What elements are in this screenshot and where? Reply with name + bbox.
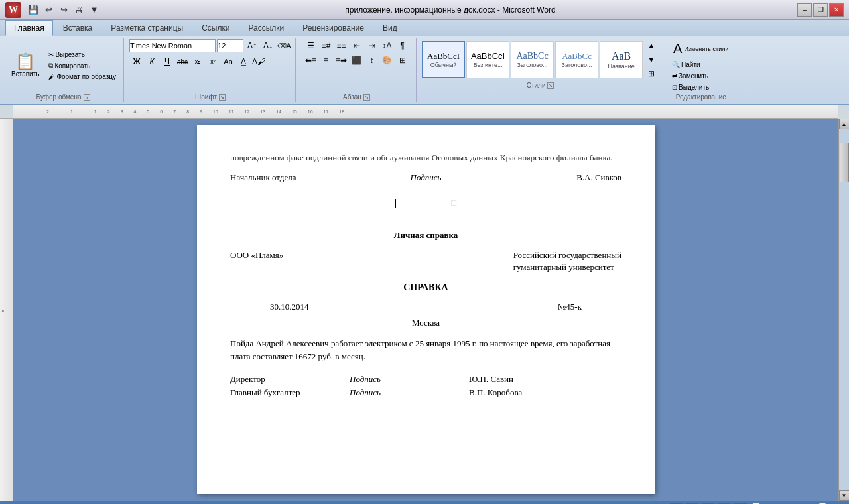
director-sig: Подпись [350, 373, 469, 385]
window-title: приложение. информационные док.docx - Mi… [103, 5, 797, 15]
change-style-label: Изменить стили [684, 46, 728, 52]
font-name-input[interactable] [129, 39, 216, 52]
increase-font-button[interactable]: A↑ [245, 39, 259, 52]
quick-access-expand[interactable]: ▼ [88, 3, 101, 17]
find-icon: 🔍 [672, 61, 680, 68]
select-button[interactable]: ⊡ Выделить [669, 82, 733, 92]
paste-button[interactable]: 📋 Вставить [7, 52, 44, 80]
align-center-button[interactable]: ≡ [319, 54, 334, 67]
styles-scroll-down[interactable]: ▼ [644, 53, 659, 66]
clipboard-expand[interactable]: ↘ [84, 94, 90, 101]
highlight-button[interactable]: A🖌 [251, 55, 266, 68]
clear-format-button[interactable]: ⌫A [277, 39, 291, 52]
style-normal-label: Обычный [430, 62, 457, 68]
signatures-section: Директор Подпись Ю.П. Савин Главный бухг… [230, 373, 621, 399]
title-bar-left: W 💾 ↩ ↪ 🖨 ▼ [5, 2, 103, 18]
font-controls: A↑ A↓ ⌫A Ж К Ч abc x₂ x² Аа А A🖌 [129, 39, 291, 92]
superscript-button[interactable]: x² [206, 55, 220, 68]
document-scroll[interactable]: поврежденном факе подлинной связи и обсл… [13, 119, 838, 501]
sort-button[interactable]: ↕A [380, 39, 395, 52]
scroll-thumb[interactable] [840, 143, 849, 182]
office-logo[interactable]: W [5, 2, 21, 18]
copy-button[interactable]: ⧉ Копировать [45, 60, 119, 71]
line-spacing-button[interactable]: ↕ [365, 54, 379, 67]
justify-button[interactable]: ⬛ [350, 54, 364, 67]
document-page[interactable]: поврежденном факе подлинной связи и обсл… [197, 125, 655, 494]
align-right-button[interactable]: ≡➡ [334, 54, 349, 67]
tab-review[interactable]: Рецензирование [294, 20, 373, 36]
style-normal-preview: AaBbCcI [427, 51, 460, 62]
format-painter-icon: 🖌 [48, 73, 55, 80]
replace-button[interactable]: ⇄ Заменить [669, 71, 733, 81]
director-row: Директор Подпись Ю.П. Савин [230, 373, 621, 385]
cursor-area[interactable]: □ [230, 197, 621, 209]
multilevel-button[interactable]: ≡≡ [334, 39, 349, 52]
italic-button[interactable]: К [145, 55, 159, 68]
style-title-preview: AaВ [612, 50, 631, 62]
increase-indent-button[interactable]: ⇥ [365, 39, 379, 52]
style-no-spacing[interactable]: AaBbCcI Без инте... [466, 41, 509, 78]
tab-references[interactable]: Ссылки [193, 20, 238, 36]
subscript-button[interactable]: x₂ [190, 55, 205, 68]
styles-scroll: ▲ ▼ ⊞ [644, 39, 659, 80]
tab-view[interactable]: Вид [374, 20, 406, 36]
styles-expand[interactable]: ↘ [547, 82, 554, 89]
document-number: №45-к [558, 301, 582, 313]
numbering-button[interactable]: ≡# [319, 39, 334, 52]
align-left-button[interactable]: ⬅≡ [304, 54, 318, 67]
decrease-font-button[interactable]: A↓ [261, 39, 275, 52]
document-container: 2 1 1 2 3 4 5 6 7 8 9 10 11 12 13 14 15 … [13, 105, 849, 501]
save-button[interactable]: 💾 [27, 3, 40, 17]
clipboard-buttons: 📋 Вставить ✂ Вырезать ⧉ Копировать 🖌 Фор… [7, 39, 119, 92]
style-title-label: Название [608, 63, 634, 70]
style-heading2-preview: AaBbCc [562, 51, 592, 62]
tab-home[interactable]: Главная [5, 20, 53, 36]
tab-page-layout[interactable]: Разметка страницы [102, 20, 192, 36]
editing-group: A Изменить стили 🔍 Найти ⇄ Заменить ⊡ Вы… [665, 38, 737, 102]
styles-more[interactable]: ⊞ [644, 67, 659, 80]
minimize-button[interactable]: – [797, 3, 812, 17]
editing-controls: A Изменить стили 🔍 Найти ⇄ Заменить ⊡ Вы… [669, 39, 733, 92]
format-painter-button[interactable]: 🖌 Формат по образцу [45, 72, 119, 82]
restore-button[interactable]: ❐ [813, 3, 828, 17]
paragraph-expand[interactable]: ↘ [363, 94, 370, 101]
bold-button[interactable]: Ж [129, 55, 144, 68]
show-formatting-button[interactable]: ¶ [395, 39, 410, 52]
h-ruler-row: 2 1 1 2 3 4 5 6 7 8 9 10 11 12 13 14 15 … [13, 105, 849, 119]
print-button[interactable]: 🖨 [72, 3, 86, 17]
borders-button[interactable]: ⊞ [395, 54, 410, 67]
scroll-down-button[interactable]: ▼ [839, 490, 850, 501]
style-heading2[interactable]: AaBbCc Заголово... [555, 41, 598, 78]
font-expand[interactable]: ↘ [219, 94, 226, 101]
bullets-button[interactable]: ☰ [304, 39, 318, 52]
window-controls: – ❐ ✕ [797, 3, 844, 17]
small-square-marker: □ [451, 198, 456, 208]
styles-scroll-up[interactable]: ▲ [644, 39, 659, 52]
paste-icon: 📋 [15, 54, 35, 70]
cut-button[interactable]: ✂ Вырезать [45, 50, 119, 60]
font-size-input[interactable] [217, 39, 243, 52]
strikethrough-button[interactable]: abc [175, 55, 190, 68]
underline-button[interactable]: Ч [160, 55, 174, 68]
tab-insert[interactable]: Вставка [54, 20, 101, 36]
decrease-indent-button[interactable]: ⇤ [350, 39, 364, 52]
style-heading1[interactable]: AaBbCc Заголово... [511, 41, 554, 78]
change-style-button[interactable]: A Изменить стили [669, 39, 733, 58]
scroll-track[interactable] [839, 129, 850, 490]
vertical-scrollbar[interactable]: ▲ ▼ [838, 119, 849, 501]
redo-button[interactable]: ↪ [57, 3, 70, 17]
scroll-up-button[interactable]: ▲ [839, 119, 850, 129]
change-case-button[interactable]: Аа [221, 55, 235, 68]
main-area: 8 9 10 11 12 13 14 15 16 17 18 19 20 21 … [0, 105, 849, 501]
style-title[interactable]: AaВ Название [600, 41, 643, 78]
director-name: Ю.П. Савин [469, 373, 513, 385]
style-heading1-preview: AaBbCc [516, 51, 548, 62]
find-button[interactable]: 🔍 Найти [669, 60, 733, 70]
shading-button[interactable]: 🎨 [380, 54, 395, 67]
tab-mailings[interactable]: Рассылки [239, 20, 293, 36]
font-color-button[interactable]: А [236, 55, 251, 68]
undo-button[interactable]: ↩ [42, 3, 55, 17]
close-button[interactable]: ✕ [829, 3, 844, 17]
style-normal[interactable]: AaBbCcI Обычный [422, 41, 465, 78]
chief-accountant-role: Главный бухгалтер [230, 387, 350, 399]
